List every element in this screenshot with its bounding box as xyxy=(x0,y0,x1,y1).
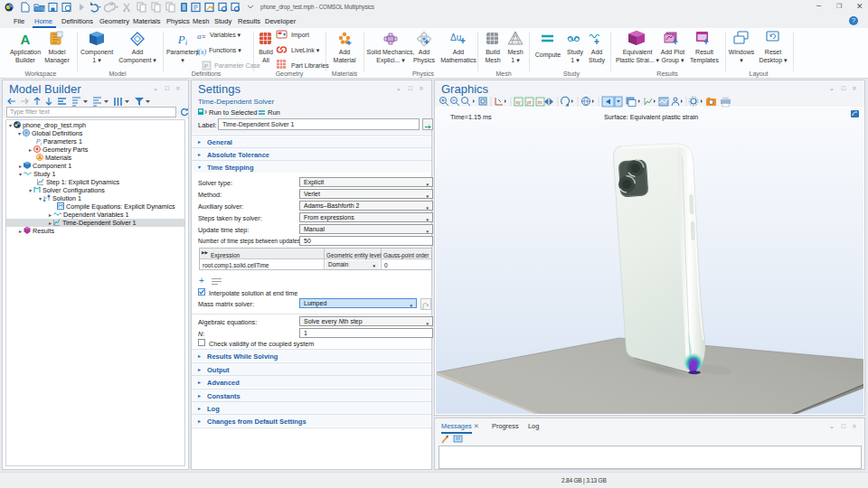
svg-text:zx: zx xyxy=(538,99,543,105)
svg-text:=: = xyxy=(202,33,206,41)
svg-text:Δu: Δu xyxy=(450,33,461,42)
svg-text:Pi: Pi xyxy=(177,33,188,47)
svg-text:xy: xy xyxy=(516,99,522,105)
svg-text:A: A xyxy=(21,32,31,47)
svg-text:yz: yz xyxy=(527,99,533,105)
svg-text:Time=1.15 ms: Time=1.15 ms xyxy=(450,113,492,121)
svg-text:Surface: Equivalent plastic st: Surface: Equivalent plastic strain xyxy=(604,113,698,121)
